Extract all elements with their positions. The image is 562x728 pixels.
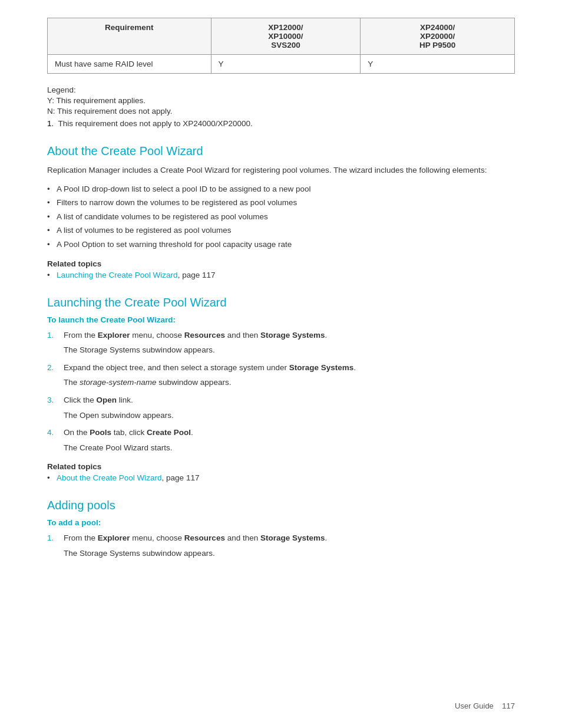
section3-step1-list: 1. From the Explorer menu, choose Resour… (47, 532, 515, 545)
section1-related-label: Related topics (47, 259, 515, 268)
table-row: Must have same RAID level Y Y (48, 55, 515, 74)
step-4-pools: Pools (90, 428, 111, 437)
step-3-note: The Open subwindow appears. (64, 409, 515, 422)
step-1-content: From the Explorer menu, choose Resources… (64, 329, 515, 342)
section2-heading: Launching the Create Pool Wizard (47, 296, 515, 309)
section1-heading: About the Create Pool Wizard (47, 144, 515, 158)
step-2: 2. Expand the object tree, and then sele… (47, 361, 515, 374)
list-item: Filters to narrow down the volumes to be… (47, 196, 515, 209)
footer-page: 117 (502, 701, 515, 710)
section1-related-item: Launching the Create Pool Wizard, page 1… (47, 271, 515, 279)
section3-step-1-resources: Resources (184, 533, 225, 542)
section2-steps: 1. From the Explorer menu, choose Resour… (47, 329, 515, 342)
footer-label: User Guide (455, 701, 494, 710)
step-4: 4. On the Pools tab, click Create Pool. (47, 426, 515, 439)
section1-related-link[interactable]: Launching the Create Pool Wizard (57, 271, 178, 279)
section3-step-1-note: The Storage Systems subwindow appears. (64, 547, 515, 560)
section1-bullet-list: A Pool ID drop-down list to select a poo… (47, 183, 515, 251)
legend-n: N: This requirement does not apply. (47, 107, 515, 116)
step-4-create: Create Pool (147, 428, 191, 437)
footnote-text: This requirement does not apply to XP240… (58, 119, 253, 128)
step-3-num: 3. (47, 394, 64, 407)
table-header-xp24000: XP24000/ XP20000/ HP P9500 (361, 18, 515, 55)
step-4-content: On the Pools tab, click Create Pool. (64, 426, 515, 439)
step-1: 1. From the Explorer menu, choose Resour… (47, 329, 515, 342)
section2-related-suffix: , page 117 (162, 473, 200, 482)
section1-intro: Replication Manager includes a Create Po… (47, 164, 515, 177)
table-cell-requirement: Must have same RAID level (48, 55, 211, 74)
step-3-content: Click the Open link. (64, 394, 515, 407)
page-footer: User Guide 117 (455, 701, 515, 710)
section3-heading: Adding pools (47, 499, 515, 512)
step-3-open: Open (97, 396, 117, 404)
step-2-storage: Storage Systems (289, 363, 354, 372)
list-item: A list of volumes to be registered as po… (47, 224, 515, 237)
table-header-xp12000: XP12000/ XP10000/ SVS200 (211, 18, 361, 55)
section2-related-link[interactable]: About the Create Pool Wizard (57, 473, 162, 482)
step-4-num: 4. (47, 426, 64, 439)
section2-related-label: Related topics (47, 462, 515, 471)
step-1-storage: Storage Systems (260, 331, 325, 340)
section2-subheading: To launch the Create Pool Wizard: (47, 315, 515, 324)
legend-label: Legend: (47, 85, 515, 94)
list-item: A Pool ID drop-down list to select a poo… (47, 183, 515, 196)
step-4-note: The Create Pool Wizard starts. (64, 442, 515, 454)
step-2-content: Expand the object tree, and then select … (64, 361, 515, 374)
list-item: A list of candidate volumes to be regist… (47, 210, 515, 223)
step-1-resources: Resources (184, 331, 225, 340)
legend-y: Y: This requirement applies. (47, 96, 515, 105)
table-header-requirement: Requirement (48, 18, 211, 55)
step-1-num: 1. (47, 329, 64, 342)
step-1-explorer: Explorer (98, 331, 130, 340)
legend-section: Legend: Y: This requirement applies. N: … (47, 85, 515, 128)
footnote-number: 1. (47, 119, 54, 128)
table-cell-xp24-value: Y (361, 55, 515, 74)
step-2-note-italic: storage-system-name (80, 378, 157, 387)
requirements-table: Requirement XP12000/ XP10000/ SVS200 XP2… (47, 18, 515, 74)
section3-step-1-num: 1. (47, 532, 64, 545)
section3-step-1: 1. From the Explorer menu, choose Resour… (47, 532, 515, 545)
section3-subheading: To add a pool: (47, 518, 515, 527)
section2-step4-list: 4. On the Pools tab, click Create Pool. (47, 426, 515, 439)
section1-related-suffix: , page 117 (178, 271, 216, 279)
table-cell-xp12-value: Y (211, 55, 361, 74)
step-3: 3. Click the Open link. (47, 394, 515, 407)
step-1-note: The Storage Systems subwindow appears. (64, 344, 515, 357)
step-2-note: The storage-system-name subwindow appear… (64, 376, 515, 389)
section3-step-1-storage: Storage Systems (260, 533, 325, 542)
section2-step3-list: 3. Click the Open link. (47, 394, 515, 407)
section2-related-item: About the Create Pool Wizard, page 117 (47, 473, 515, 482)
list-item: A Pool Option to set warning threshold f… (47, 238, 515, 251)
footnote: 1. This requirement does not apply to XP… (47, 119, 515, 128)
section3-step-1-explorer: Explorer (98, 533, 130, 542)
section2-step2-list: 2. Expand the object tree, and then sele… (47, 361, 515, 374)
step-2-num: 2. (47, 361, 64, 374)
section3-step-1-content: From the Explorer menu, choose Resources… (64, 532, 515, 545)
